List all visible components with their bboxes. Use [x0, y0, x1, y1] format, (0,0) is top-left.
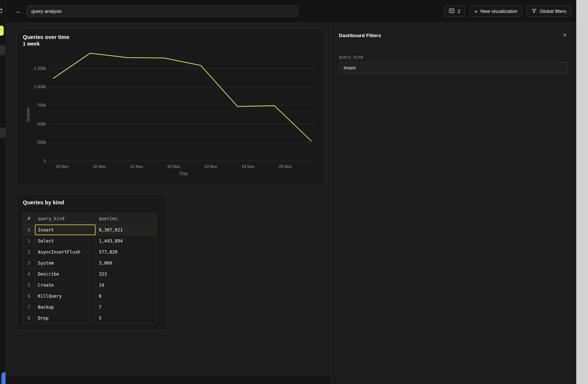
table-row: 4Describe323	[23, 268, 156, 279]
x-tick-label: 25 Nov	[279, 164, 292, 169]
queries-cell[interactable]: 577,820	[96, 247, 156, 257]
y-axis-label: Queries	[26, 107, 30, 122]
global-filters-label: Global filters	[540, 8, 566, 14]
chart-card-queries-over-time: Queries over time 1 week 0250k500k750k1 …	[17, 29, 325, 187]
x-tick-label: 21 Nov	[130, 164, 143, 169]
x-tick-label: 24 Nov	[241, 164, 254, 169]
table-row: 7Backup7	[23, 301, 156, 312]
y-tick-label: 1 000k	[34, 85, 46, 89]
close-icon: ×	[563, 32, 566, 39]
query-kind-cell[interactable]: Create	[35, 280, 96, 290]
sidebar-rail	[0, 0, 6, 384]
row-index: 3	[23, 258, 35, 268]
plus-icon: +	[474, 8, 478, 14]
user-avatar[interactable]	[1, 372, 6, 384]
chart-title: Queries over time	[23, 34, 318, 40]
active-nav-indicator[interactable]	[0, 26, 4, 36]
queries-cell[interactable]: 1,443,894	[96, 236, 156, 246]
query-kind-cell[interactable]: System	[35, 258, 96, 268]
column-header-queries: queries	[96, 213, 156, 224]
filter-field-label: query_kind	[339, 55, 569, 60]
table-row: 6KillQuery8	[23, 290, 156, 301]
x-axis-label: Day	[180, 171, 187, 176]
table-row: 2AsyncInsertFlush577,820	[23, 246, 156, 257]
chart-line	[53, 53, 311, 141]
queries-cell[interactable]: 7	[96, 302, 156, 312]
row-index: 2	[23, 247, 35, 257]
row-index: 4	[23, 269, 35, 279]
topbar-actions: 2 + New visualization Global filters	[444, 6, 571, 17]
data-table: # query_kind queries 0Insert8,307,0211Se…	[23, 213, 157, 324]
close-filters-button[interactable]: ×	[561, 31, 569, 39]
table-row: 1Select1,443,894	[23, 235, 156, 246]
x-tick-label: 23 Nov	[204, 164, 217, 169]
queries-cell[interactable]: 3,060	[96, 258, 156, 268]
sidebar-item[interactable]	[0, 45, 5, 55]
y-tick-label: 1 250k	[34, 66, 46, 71]
row-index: 6	[23, 291, 35, 301]
queries-cell[interactable]: 323	[96, 269, 156, 279]
column-header-query-kind: query_kind	[35, 213, 96, 224]
dashboard-filters-panel: Dashboard Filters × query_kind	[331, 23, 576, 384]
x-tick-label: 19 Nov	[56, 164, 69, 169]
query-kind-cell[interactable]: KillQuery	[35, 291, 96, 301]
row-index: 5	[23, 280, 35, 290]
arrow-left-icon: ←	[16, 8, 22, 15]
visualization-count-button[interactable]: 2	[444, 6, 465, 17]
global-filters-button[interactable]: Global filters	[527, 6, 571, 17]
table-card-queries-by-kind: Queries by kind # query_kind queries 0In…	[17, 194, 166, 330]
row-index: 0	[23, 225, 35, 235]
table-header: # query_kind queries	[23, 213, 156, 224]
queries-cell[interactable]: 14	[96, 280, 156, 290]
query-kind-filter-input[interactable]	[339, 62, 568, 73]
visualization-count: 2	[458, 8, 460, 14]
row-index: 1	[23, 236, 35, 246]
y-tick-label: 250k	[37, 140, 46, 144]
dashboard-canvas: Queries over time 1 week 0250k500k750k1 …	[6, 23, 331, 384]
table-row: 0Insert8,307,021	[23, 224, 156, 235]
table-row: 5Create14	[23, 279, 156, 290]
dashboard-title-input[interactable]	[26, 6, 298, 17]
column-header-index: #	[23, 213, 35, 224]
new-visualization-label: New visualization	[480, 8, 517, 14]
funnel-icon	[531, 8, 537, 15]
queries-cell[interactable]: 8,307,021	[96, 225, 156, 235]
panel-divider	[331, 23, 331, 384]
table-row: 8Drop5	[23, 312, 156, 323]
query-kind-cell[interactable]: Backup	[35, 302, 96, 312]
visualization-icon	[449, 8, 455, 15]
sidebar-item[interactable]	[0, 128, 6, 138]
y-tick-label: 750k	[37, 103, 46, 107]
top-bar: ← 2 + New visualization Global filters	[6, 0, 576, 23]
window-edge	[576, 0, 588, 384]
back-button[interactable]: ←	[14, 7, 24, 16]
query-kind-cell[interactable]: Select	[35, 236, 96, 246]
line-chart: 0250k500k750k1 000k1 250k19 Nov20 Nov21 …	[23, 44, 319, 180]
query-kind-cell[interactable]: AsyncInsertFlush	[35, 247, 96, 257]
queries-cell[interactable]: 5	[96, 313, 156, 323]
table-title: Queries by kind	[23, 199, 160, 205]
table-row: 3System3,060	[23, 257, 156, 268]
x-tick-label: 20 Nov	[93, 164, 106, 169]
new-visualization-button[interactable]: + New visualization	[470, 6, 522, 17]
query-kind-cell[interactable]: Drop	[35, 313, 96, 323]
y-tick-label: 500k	[37, 122, 46, 126]
bottom-scroll-gutter	[6, 376, 331, 384]
filters-panel-header: Dashboard Filters ×	[331, 23, 576, 39]
query-kind-cell[interactable]: Describe	[35, 269, 96, 279]
refresh-icon[interactable]	[0, 8, 3, 15]
x-tick-label: 22 Nov	[167, 164, 180, 169]
filters-panel-title: Dashboard Filters	[339, 33, 381, 38]
query-kind-cell[interactable]: Insert	[35, 225, 96, 235]
queries-cell[interactable]: 8	[96, 291, 156, 301]
row-index: 8	[23, 313, 35, 323]
y-tick-label: 0	[44, 159, 46, 163]
row-index: 7	[23, 302, 35, 312]
table-body: 0Insert8,307,0211Select1,443,8942AsyncIn…	[23, 224, 156, 323]
